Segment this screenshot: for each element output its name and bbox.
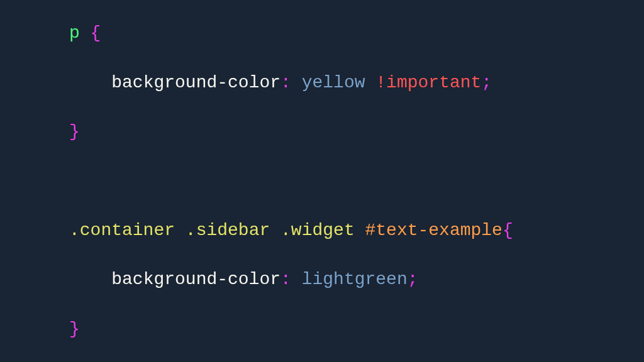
selector-id: #text-example (355, 221, 502, 240)
code-line-6: } (69, 317, 513, 341)
code-line-4: .container .sidebar .widget #text-exampl… (69, 218, 513, 243)
selector-class: .container (69, 221, 175, 240)
brace-open: { (502, 221, 513, 240)
brace-close: } (69, 122, 80, 141)
semicolon: ; (408, 270, 418, 289)
selector-class: .widget (270, 221, 354, 240)
css-value: yellow (302, 73, 365, 92)
indent (69, 73, 111, 92)
css-value: lightgreen (302, 270, 408, 289)
code-line-1: p { (69, 21, 513, 45)
indent (69, 270, 111, 289)
space (291, 270, 302, 289)
code-line-blank (69, 168, 513, 193)
colon: : (280, 73, 291, 92)
space (291, 73, 302, 92)
code-line-5: background-color: lightgreen; (69, 267, 513, 292)
colon: : (280, 270, 291, 289)
css-code-snippet: p { background-color: yellow !important;… (0, 0, 513, 362)
semicolon: ; (481, 73, 492, 92)
selector-tag: p (69, 23, 80, 43)
code-line-2: background-color: yellow !important; (69, 70, 513, 95)
code-line-3: } (69, 119, 513, 144)
selector-class: .sidebar (175, 221, 270, 240)
css-property: background-color (111, 73, 280, 92)
important-flag: !important (365, 73, 482, 92)
css-property: background-color (111, 270, 280, 289)
brace-open: { (80, 23, 101, 43)
brace-close: } (69, 319, 80, 339)
